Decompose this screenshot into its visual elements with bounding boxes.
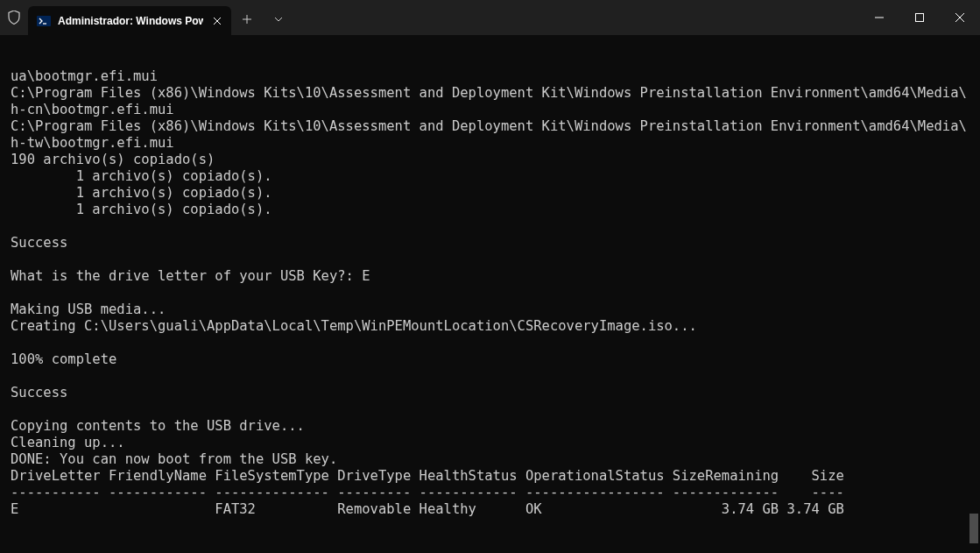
powershell-icon [37, 14, 51, 28]
minimize-button[interactable] [859, 0, 899, 35]
scrollbar-track[interactable] [968, 35, 980, 553]
tab-dropdown-button[interactable] [263, 4, 294, 35]
new-tab-button[interactable] [231, 4, 263, 35]
svg-rect-0 [37, 16, 51, 26]
window-controls [859, 0, 980, 35]
tab-close-button[interactable] [210, 14, 224, 28]
shield-icon[interactable] [0, 0, 28, 35]
maximize-button[interactable] [899, 0, 940, 35]
tab-title: Administrador: Windows Pow [58, 15, 203, 27]
titlebar-left: Administrador: Windows Pow [0, 0, 859, 35]
scrollbar-thumb[interactable] [969, 514, 978, 543]
window-titlebar: Administrador: Windows Pow [0, 0, 980, 35]
active-tab[interactable]: Administrador: Windows Pow [28, 6, 231, 35]
close-button[interactable] [940, 0, 980, 35]
svg-rect-1 [916, 14, 924, 22]
terminal-output: ua\bootmgr.efi.mui C:\Program Files (x86… [11, 68, 980, 551]
terminal-pane[interactable]: ua\bootmgr.efi.mui C:\Program Files (x86… [0, 35, 980, 553]
